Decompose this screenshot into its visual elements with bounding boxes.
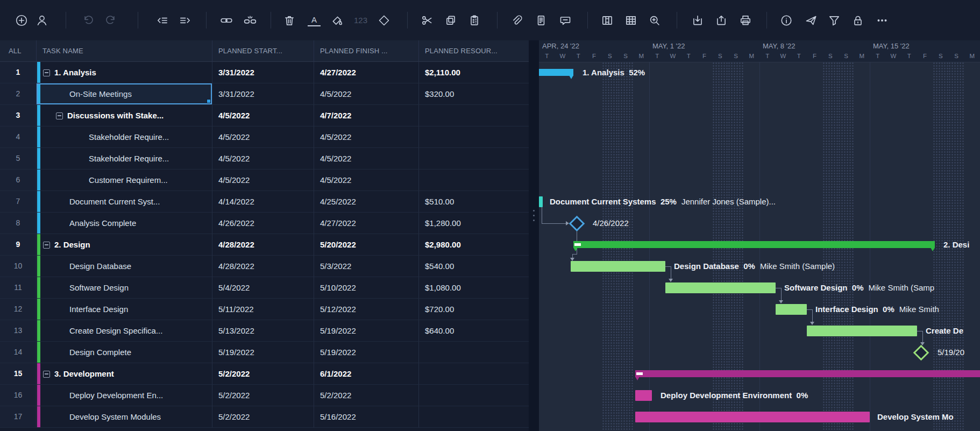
table-row[interactable]: 4Stakeholder Require...4/5/20224/5/2022 xyxy=(0,126,529,148)
zoom-icon[interactable] xyxy=(648,14,661,27)
header-planned-start[interactable]: PLANNED START... xyxy=(212,40,314,62)
collapse-icon[interactable] xyxy=(43,371,50,378)
table-row[interactable]: 11Software Design5/4/20225/10/2022$1,080… xyxy=(0,277,529,299)
task-name-cell[interactable]: 2. Design xyxy=(37,234,212,256)
row-number[interactable]: 9 xyxy=(0,234,37,256)
send-icon[interactable] xyxy=(805,14,818,27)
planned-resource-cell[interactable] xyxy=(419,363,529,385)
collapse-icon[interactable] xyxy=(43,69,50,76)
table-row[interactable]: 12Interface Design5/11/20225/12/2022$720… xyxy=(0,299,529,320)
planned-start-cell[interactable]: 5/11/2022 xyxy=(212,299,314,320)
task-bar[interactable] xyxy=(571,261,665,272)
planned-finish-cell[interactable]: 5/19/2022 xyxy=(314,342,419,363)
planned-finish-cell[interactable]: 4/5/2022 xyxy=(314,169,419,191)
planned-resource-cell[interactable] xyxy=(419,148,529,169)
row-number[interactable]: 7 xyxy=(0,191,37,213)
planned-start-cell[interactable]: 4/5/2022 xyxy=(212,126,314,148)
task-name-cell[interactable]: Stakeholder Require... xyxy=(37,148,212,169)
planned-finish-cell[interactable]: 5/16/2022 xyxy=(314,406,419,428)
collapse-icon[interactable] xyxy=(56,112,63,119)
planned-start-cell[interactable]: 5/19/2022 xyxy=(212,342,314,363)
grid-view-icon[interactable] xyxy=(624,14,637,27)
milestone-icon[interactable] xyxy=(378,14,390,27)
planned-start-cell[interactable]: 5/2/2022 xyxy=(212,406,314,428)
row-number[interactable]: 3 xyxy=(0,105,37,126)
planned-resource-cell[interactable] xyxy=(419,406,529,428)
table-row[interactable]: 10Design Database4/28/20225/3/2022$540.0… xyxy=(0,256,529,277)
task-name-cell[interactable]: Create Design Specifica... xyxy=(37,320,212,342)
task-name-cell[interactable]: Analysis Complete xyxy=(37,213,212,234)
planned-resource-cell[interactable]: $2,110.00 xyxy=(419,62,529,83)
planned-finish-cell[interactable]: 4/5/2022 xyxy=(314,126,419,148)
table-row[interactable]: 16Deploy Development En...5/2/20225/2/20… xyxy=(0,385,529,406)
task-name-cell[interactable]: Develop System Modules xyxy=(37,406,212,428)
task-name-cell[interactable]: Discussions with Stake... xyxy=(37,105,212,126)
planned-resource-cell[interactable]: $510.00 xyxy=(419,191,529,213)
planned-start-cell[interactable]: 3/31/2022 xyxy=(212,62,314,83)
row-number[interactable]: 5 xyxy=(0,148,37,169)
task-name-cell[interactable]: Design Database xyxy=(37,256,212,277)
planned-finish-cell[interactable]: 6/1/2022 xyxy=(314,363,419,385)
attachment-icon[interactable] xyxy=(510,14,523,27)
planned-finish-cell[interactable]: 4/27/2022 xyxy=(314,62,419,83)
planned-finish-cell[interactable]: 5/10/2022 xyxy=(314,277,419,299)
planned-resource-cell[interactable] xyxy=(419,169,529,191)
row-number[interactable]: 2 xyxy=(0,83,37,105)
info-icon[interactable] xyxy=(780,14,793,27)
row-number[interactable]: 4 xyxy=(0,126,37,148)
task-bar[interactable] xyxy=(635,412,870,422)
task-name-cell[interactable]: On-Site Meetings xyxy=(37,83,212,105)
task-name-cell[interactable]: Document Current Syst... xyxy=(37,191,212,213)
planned-finish-cell[interactable]: 5/20/2022 xyxy=(314,234,419,256)
task-name-cell[interactable]: Interface Design xyxy=(37,299,212,320)
row-number[interactable]: 16 xyxy=(0,385,37,406)
planned-start-cell[interactable]: 4/5/2022 xyxy=(212,105,314,126)
planned-resource-cell[interactable]: $640.00 xyxy=(419,320,529,342)
planned-start-cell[interactable]: 4/28/2022 xyxy=(212,256,314,277)
planned-start-cell[interactable]: 4/28/2022 xyxy=(212,234,314,256)
planned-resource-cell[interactable]: $2,980.00 xyxy=(419,234,529,256)
lock-icon[interactable] xyxy=(851,14,864,27)
row-number[interactable]: 8 xyxy=(0,213,37,234)
export-icon[interactable] xyxy=(715,14,728,27)
task-name-cell[interactable]: Stakeholder Require... xyxy=(37,126,212,148)
table-row[interactable]: 8Analysis Complete4/26/20224/27/2022$1,2… xyxy=(0,213,529,234)
planned-resource-cell[interactable]: $1,080.00 xyxy=(419,277,529,299)
task-bar[interactable] xyxy=(635,390,652,401)
selection-handle[interactable] xyxy=(207,99,211,103)
task-name-cell[interactable]: 1. Analysis xyxy=(37,62,212,83)
add-icon[interactable] xyxy=(15,14,28,27)
fill-color-icon[interactable] xyxy=(331,14,344,27)
filter-icon[interactable] xyxy=(828,14,841,27)
planned-resource-cell[interactable]: $320.00 xyxy=(419,83,529,105)
indent-icon[interactable] xyxy=(179,14,191,27)
planned-start-cell[interactable]: 4/14/2022 xyxy=(212,191,314,213)
row-number[interactable]: 17 xyxy=(0,406,37,428)
table-row[interactable]: 11. Analysis3/31/20224/27/2022$2,110.00 xyxy=(0,62,529,83)
planned-resource-cell[interactable]: $540.00 xyxy=(419,256,529,277)
unlink-icon[interactable] xyxy=(244,14,257,27)
comment-icon[interactable] xyxy=(559,14,572,27)
planned-finish-cell[interactable]: 5/12/2022 xyxy=(314,299,419,320)
planned-finish-cell[interactable]: 5/19/2022 xyxy=(314,320,419,342)
planned-finish-cell[interactable]: 4/25/2022 xyxy=(314,191,419,213)
row-number[interactable]: 1 xyxy=(0,62,37,83)
task-name-cell[interactable]: Customer Requirem... xyxy=(37,169,212,191)
table-row[interactable]: 13Create Design Specifica...5/13/20225/1… xyxy=(0,320,529,342)
planned-resource-cell[interactable] xyxy=(419,105,529,126)
planned-start-cell[interactable]: 5/2/2022 xyxy=(212,385,314,406)
undo-icon[interactable] xyxy=(81,14,94,27)
planned-finish-cell[interactable]: 4/5/2022 xyxy=(314,83,419,105)
row-number[interactable]: 15 xyxy=(0,363,37,385)
number-format-icon[interactable]: 123 xyxy=(354,14,367,27)
task-name-cell[interactable]: Design Complete xyxy=(37,342,212,363)
table-row[interactable]: 92. Design4/28/20225/20/2022$2,980.00 xyxy=(0,234,529,256)
row-number[interactable]: 14 xyxy=(0,342,37,363)
planned-start-cell[interactable]: 5/4/2022 xyxy=(212,277,314,299)
planned-start-cell[interactable]: 5/13/2022 xyxy=(212,320,314,342)
table-row[interactable]: 153. Development5/2/20226/1/2022 xyxy=(0,363,529,385)
outdent-icon[interactable] xyxy=(156,14,169,27)
pane-splitter[interactable] xyxy=(529,40,539,431)
task-name-cell[interactable]: 3. Development xyxy=(37,363,212,385)
link-icon[interactable] xyxy=(220,14,233,27)
